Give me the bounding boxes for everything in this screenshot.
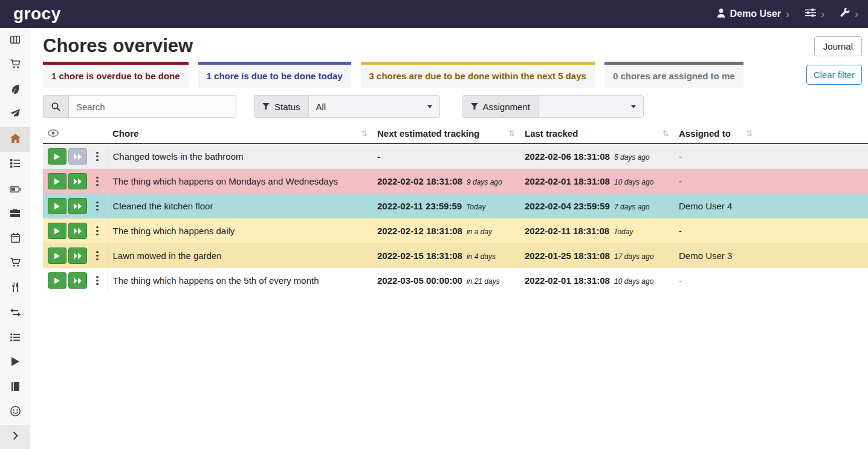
sidebar-item-stock-overview[interactable] bbox=[0, 28, 30, 53]
sidebar-item-calendar[interactable] bbox=[0, 226, 30, 251]
assigned-to: - bbox=[674, 268, 868, 293]
search-input[interactable] bbox=[68, 95, 236, 118]
skip-execution-button[interactable] bbox=[68, 247, 87, 264]
sidebar-item-recipes[interactable] bbox=[0, 77, 30, 102]
topbar: grocy Demo User › › › bbox=[0, 0, 868, 28]
row-menu-button[interactable] bbox=[92, 173, 103, 189]
filter-bar: Status All Assignment bbox=[30, 88, 868, 118]
sidebar-item-meal-plan[interactable] bbox=[0, 102, 30, 127]
list-icon bbox=[10, 333, 20, 344]
sort-arrows-icon: ⇅ bbox=[662, 129, 669, 138]
header-last-tracked[interactable]: Last tracked⇅ bbox=[520, 124, 674, 143]
grocy-logo[interactable]: grocy bbox=[13, 4, 61, 24]
table-row: Changed towels in the bathroom-2022-02-0… bbox=[43, 143, 868, 169]
chore-name: Lawn mowed in the garden bbox=[108, 243, 372, 268]
list-check-icon bbox=[10, 159, 20, 170]
search-group bbox=[43, 95, 236, 118]
chore-name: The thing which happens daily bbox=[108, 218, 372, 243]
home-icon bbox=[10, 134, 21, 145]
row-menu-button[interactable] bbox=[92, 272, 103, 289]
track-execution-button[interactable] bbox=[48, 148, 66, 165]
sidebar-item-shopping-list[interactable] bbox=[0, 53, 30, 77]
table-row: The thing which happens on Mondays and W… bbox=[43, 169, 868, 194]
user-menu-label: Demo User bbox=[730, 8, 781, 19]
sidebar-item-consume[interactable] bbox=[0, 276, 30, 301]
track-execution-button[interactable] bbox=[48, 272, 66, 289]
assigned-to: - bbox=[674, 169, 868, 194]
track-execution-button[interactable] bbox=[48, 223, 66, 239]
header-next-estimated-tracking[interactable]: Next estimated tracking⇅ bbox=[372, 124, 520, 143]
user-icon bbox=[717, 8, 725, 20]
status-banner-assigned-to-me[interactable]: 0 chores are assigned to me bbox=[604, 62, 743, 88]
chore-name: The thing which happens on the 5th of ev… bbox=[108, 268, 372, 293]
cart-icon bbox=[10, 59, 21, 71]
page-title: Chores overview bbox=[43, 35, 193, 57]
status-banner-overdue[interactable]: 1 chore is overdue to be done bbox=[43, 62, 189, 88]
header-chore[interactable]: Chore⇅ bbox=[108, 124, 372, 143]
sidebar-item-battery-tracking[interactable] bbox=[0, 375, 30, 400]
last-tracked: 2022-02-04 23:59:597 days ago bbox=[520, 194, 674, 218]
row-menu-button[interactable] bbox=[92, 247, 103, 264]
sidebar-item-chore-tracking[interactable] bbox=[0, 350, 30, 375]
assigned-to: Demo User 4 bbox=[674, 194, 868, 218]
clear-filter-button[interactable]: Clear filter bbox=[806, 65, 862, 85]
row-menu-button[interactable] bbox=[92, 198, 103, 214]
sort-arrows-icon: ⇅ bbox=[361, 129, 368, 138]
assignment-select[interactable] bbox=[538, 95, 644, 118]
assigned-to: - bbox=[674, 143, 868, 169]
status-filter-group: Status All bbox=[254, 95, 440, 118]
book-icon bbox=[11, 382, 19, 393]
skip-execution-button[interactable] bbox=[68, 148, 87, 165]
chevron-right-icon bbox=[13, 431, 18, 442]
sidebar-item-batteries-overview[interactable] bbox=[0, 177, 30, 202]
sort-arrows-icon: ⇅ bbox=[508, 129, 515, 138]
cart-icon bbox=[10, 258, 21, 269]
funnel-icon bbox=[471, 102, 478, 112]
status-banner-due-today[interactable]: 1 chore is due to be done today bbox=[198, 62, 351, 88]
next-estimated-tracking: 2022-02-11 23:59:59Today bbox=[372, 194, 520, 218]
sidebar bbox=[0, 28, 30, 449]
play-icon bbox=[11, 357, 19, 369]
tools-menu[interactable]: › bbox=[840, 8, 858, 20]
sidebar-item-inventory[interactable] bbox=[0, 326, 30, 350]
chore-name: Cleaned the kitchen floor bbox=[108, 194, 372, 218]
columns-icon bbox=[10, 35, 20, 46]
track-execution-button[interactable] bbox=[48, 198, 66, 214]
column-visibility-toggle[interactable] bbox=[43, 124, 108, 143]
skip-execution-button[interactable] bbox=[68, 173, 87, 189]
next-estimated-tracking: 2022-02-15 18:31:08in 4 days bbox=[372, 243, 520, 268]
row-menu-button[interactable] bbox=[92, 223, 103, 239]
settings-menu[interactable]: › bbox=[805, 8, 824, 19]
track-execution-button[interactable] bbox=[48, 247, 66, 264]
status-banners-row: 1 chore is overdue to be done1 chore is … bbox=[30, 57, 868, 88]
table-row: Lawn mowed in the garden2022-02-15 18:31… bbox=[43, 243, 868, 268]
sidebar-item-user[interactable] bbox=[0, 400, 30, 425]
skip-execution-button[interactable] bbox=[68, 223, 87, 239]
status-banner-due-soon[interactable]: 3 chores are due to be done within the n… bbox=[361, 62, 595, 88]
banner-cards: 1 chore is overdue to be done1 chore is … bbox=[43, 62, 743, 88]
assigned-to: - bbox=[674, 218, 868, 243]
sidebar-item-chores-overview[interactable] bbox=[0, 127, 30, 152]
sidebar-item-transfer[interactable] bbox=[0, 301, 30, 326]
row-menu-button[interactable] bbox=[92, 148, 103, 165]
skip-execution-button[interactable] bbox=[68, 272, 87, 289]
skip-execution-button[interactable] bbox=[68, 198, 87, 214]
table-row: The thing which happens on the 5th of ev… bbox=[43, 268, 868, 293]
sidebar-toggle[interactable] bbox=[0, 425, 30, 449]
journal-button[interactable]: Journal bbox=[814, 36, 862, 56]
user-menu[interactable]: Demo User › bbox=[717, 8, 789, 20]
status-select[interactable]: All bbox=[308, 95, 440, 118]
sidebar-item-tasks[interactable] bbox=[0, 152, 30, 177]
last-tracked: 2022-02-06 18:31:085 days ago bbox=[520, 143, 674, 169]
next-estimated-tracking: 2022-02-12 18:31:08in a day bbox=[372, 218, 520, 243]
assignment-filter-group: Assignment bbox=[462, 95, 644, 118]
sidebar-item-purchase[interactable] bbox=[0, 251, 30, 276]
sidebar-item-equipment[interactable] bbox=[0, 202, 30, 226]
exchange-arrows-icon bbox=[10, 308, 21, 319]
track-execution-button[interactable] bbox=[48, 173, 66, 189]
battery-icon bbox=[10, 184, 21, 195]
header-assigned-to[interactable]: Assigned to⇅ bbox=[674, 124, 868, 143]
last-tracked: 2022-02-11 18:31:08Today bbox=[520, 218, 674, 243]
chores-table-body: Changed towels in the bathroom-2022-02-0… bbox=[43, 143, 868, 293]
chores-table: Chore⇅ Next estimated tracking⇅ Last tra… bbox=[43, 124, 868, 293]
